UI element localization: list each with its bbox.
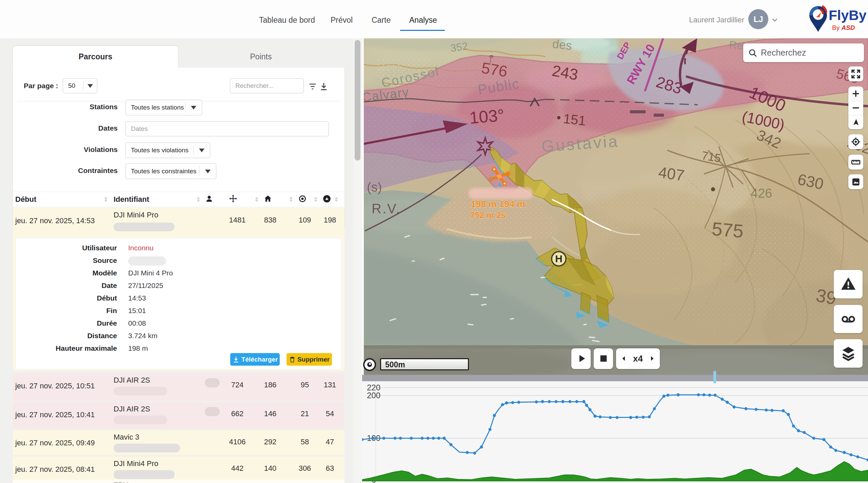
svg-text:H: H [555,253,563,264]
svg-text:407: 407 [657,163,686,184]
svg-text:575: 575 [711,218,745,242]
svg-text:200: 200 [367,391,380,400]
svg-text:151: 151 [563,111,587,128]
svg-text:39: 39 [814,285,838,309]
svg-text:R.V.: R.V. [372,201,401,216]
svg-text:198 m 194 m: 198 m 194 m [471,199,525,209]
svg-text:752 m 2s: 752 m 2s [470,210,506,220]
svg-text:des: des [552,38,573,53]
svg-text:(s): (s) [367,180,382,194]
svg-text:FlyBy: FlyBy [829,7,867,23]
svg-text:By ASD: By ASD [832,24,855,31]
svg-text:352: 352 [450,40,469,54]
svg-text:Remu: Remu [729,39,759,53]
svg-text:103°: 103° [469,105,505,128]
